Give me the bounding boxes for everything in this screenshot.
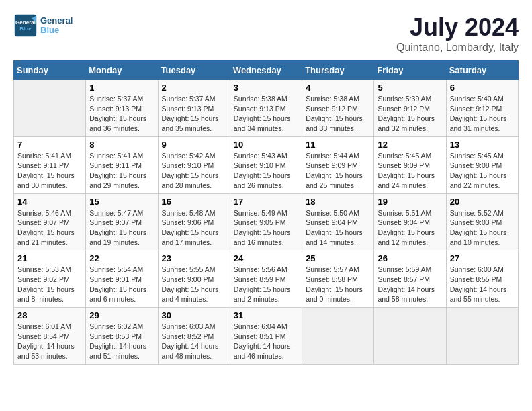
- day-detail: Sunrise: 5:57 AM Sunset: 8:58 PM Dayligh…: [306, 265, 370, 304]
- day-detail: Sunrise: 5:39 AM Sunset: 9:12 PM Dayligh…: [378, 94, 442, 134]
- calendar-week-row: 14Sunrise: 5:46 AM Sunset: 9:07 PM Dayli…: [14, 193, 519, 250]
- day-number: 28: [17, 310, 82, 320]
- calendar-cell: 23Sunrise: 5:55 AM Sunset: 9:00 PM Dayli…: [158, 250, 230, 308]
- calendar-cell: 25Sunrise: 5:57 AM Sunset: 8:58 PM Dayli…: [302, 250, 374, 308]
- day-number: 21: [17, 253, 82, 263]
- calendar-cell: 19Sunrise: 5:51 AM Sunset: 9:04 PM Dayli…: [374, 193, 446, 250]
- col-header-wednesday: Wednesday: [230, 61, 302, 80]
- logo-blue: Blue: [40, 25, 59, 35]
- day-detail: Sunrise: 5:56 AM Sunset: 8:59 PM Dayligh…: [234, 265, 298, 304]
- day-number: 10: [234, 140, 298, 150]
- page-header: General Blue General Blue July 2024 Quin…: [13, 13, 519, 54]
- calendar-cell: 17Sunrise: 5:49 AM Sunset: 9:05 PM Dayli…: [230, 193, 302, 250]
- day-detail: Sunrise: 5:53 AM Sunset: 9:02 PM Dayligh…: [17, 265, 82, 304]
- calendar-week-row: 7Sunrise: 5:41 AM Sunset: 9:11 PM Daylig…: [14, 136, 519, 193]
- calendar-cell: 28Sunrise: 6:01 AM Sunset: 8:54 PM Dayli…: [14, 308, 86, 365]
- day-detail: Sunrise: 5:42 AM Sunset: 9:10 PM Dayligh…: [162, 151, 226, 191]
- day-number: 11: [306, 140, 370, 150]
- month-year-title: July 2024: [396, 13, 519, 42]
- day-number: 27: [450, 253, 515, 263]
- calendar-cell: 12Sunrise: 5:45 AM Sunset: 9:09 PM Dayli…: [374, 136, 446, 193]
- calendar-cell: 14Sunrise: 5:46 AM Sunset: 9:07 PM Dayli…: [14, 193, 86, 250]
- calendar-cell: 29Sunrise: 6:02 AM Sunset: 8:53 PM Dayli…: [86, 308, 158, 365]
- day-number: 20: [450, 197, 515, 207]
- day-number: 3: [234, 83, 298, 93]
- calendar-cell: [302, 308, 374, 365]
- day-detail: Sunrise: 6:02 AM Sunset: 8:53 PM Dayligh…: [89, 322, 154, 361]
- col-header-sunday: Sunday: [14, 61, 86, 80]
- day-detail: Sunrise: 5:48 AM Sunset: 9:06 PM Dayligh…: [162, 208, 226, 248]
- day-number: 6: [450, 83, 515, 93]
- calendar-cell: 4Sunrise: 5:38 AM Sunset: 9:12 PM Daylig…: [302, 80, 374, 137]
- calendar-cell: 8Sunrise: 5:41 AM Sunset: 9:11 PM Daylig…: [86, 136, 158, 193]
- calendar-cell: 20Sunrise: 5:52 AM Sunset: 9:03 PM Dayli…: [446, 193, 518, 250]
- day-number: 29: [89, 310, 154, 320]
- calendar-cell: 21Sunrise: 5:53 AM Sunset: 9:02 PM Dayli…: [14, 250, 86, 308]
- day-number: 16: [162, 197, 226, 207]
- day-detail: Sunrise: 5:44 AM Sunset: 9:09 PM Dayligh…: [306, 151, 370, 191]
- calendar-week-row: 21Sunrise: 5:53 AM Sunset: 9:02 PM Dayli…: [14, 250, 519, 308]
- logo-general: General: [40, 15, 73, 26]
- day-number: 18: [306, 197, 370, 207]
- day-number: 7: [17, 140, 82, 150]
- day-detail: Sunrise: 6:01 AM Sunset: 8:54 PM Dayligh…: [17, 322, 82, 361]
- calendar-cell: 1Sunrise: 5:37 AM Sunset: 9:13 PM Daylig…: [86, 80, 158, 137]
- day-number: 30: [162, 310, 226, 320]
- col-header-friday: Friday: [374, 61, 446, 80]
- logo: General Blue General Blue: [13, 13, 73, 38]
- day-detail: Sunrise: 5:45 AM Sunset: 9:09 PM Dayligh…: [378, 151, 442, 191]
- calendar-cell: 10Sunrise: 5:43 AM Sunset: 9:10 PM Dayli…: [230, 136, 302, 193]
- day-detail: Sunrise: 5:47 AM Sunset: 9:07 PM Dayligh…: [89, 208, 154, 248]
- day-number: 5: [378, 83, 442, 93]
- calendar-header-row: SundayMondayTuesdayWednesdayThursdayFrid…: [14, 61, 519, 80]
- calendar-cell: 3Sunrise: 5:38 AM Sunset: 9:13 PM Daylig…: [230, 80, 302, 137]
- day-number: 1: [89, 83, 154, 93]
- day-detail: Sunrise: 5:54 AM Sunset: 9:01 PM Dayligh…: [89, 265, 154, 304]
- day-number: 13: [450, 140, 515, 150]
- calendar-cell: [14, 80, 86, 137]
- day-detail: Sunrise: 5:50 AM Sunset: 9:04 PM Dayligh…: [306, 208, 370, 248]
- day-number: 31: [234, 310, 298, 320]
- day-detail: Sunrise: 5:55 AM Sunset: 9:00 PM Dayligh…: [162, 265, 226, 304]
- day-number: 23: [162, 253, 226, 263]
- day-detail: Sunrise: 5:59 AM Sunset: 8:57 PM Dayligh…: [378, 265, 442, 304]
- calendar-cell: 9Sunrise: 5:42 AM Sunset: 9:10 PM Daylig…: [158, 136, 230, 193]
- day-detail: Sunrise: 5:45 AM Sunset: 9:08 PM Dayligh…: [450, 151, 515, 191]
- day-detail: Sunrise: 5:41 AM Sunset: 9:11 PM Dayligh…: [89, 151, 154, 191]
- day-detail: Sunrise: 5:46 AM Sunset: 9:07 PM Dayligh…: [17, 208, 82, 248]
- day-detail: Sunrise: 5:38 AM Sunset: 9:13 PM Dayligh…: [234, 94, 298, 134]
- calendar-cell: 13Sunrise: 5:45 AM Sunset: 9:08 PM Dayli…: [446, 136, 518, 193]
- day-number: 8: [89, 140, 154, 150]
- calendar-cell: 30Sunrise: 6:03 AM Sunset: 8:52 PM Dayli…: [158, 308, 230, 365]
- day-detail: Sunrise: 5:41 AM Sunset: 9:11 PM Dayligh…: [17, 151, 82, 191]
- day-number: 17: [234, 197, 298, 207]
- col-header-thursday: Thursday: [302, 61, 374, 80]
- calendar-week-row: 1Sunrise: 5:37 AM Sunset: 9:13 PM Daylig…: [14, 80, 519, 137]
- title-area: July 2024 Quintano, Lombardy, Italy: [396, 13, 519, 54]
- calendar-cell: 22Sunrise: 5:54 AM Sunset: 9:01 PM Dayli…: [86, 250, 158, 308]
- day-number: 26: [378, 253, 442, 263]
- day-detail: Sunrise: 6:03 AM Sunset: 8:52 PM Dayligh…: [162, 322, 226, 361]
- day-number: 15: [89, 197, 154, 207]
- calendar-cell: 27Sunrise: 6:00 AM Sunset: 8:55 PM Dayli…: [446, 250, 518, 308]
- svg-text:Blue: Blue: [19, 26, 32, 32]
- col-header-monday: Monday: [86, 61, 158, 80]
- day-number: 25: [306, 253, 370, 263]
- calendar-cell: [374, 308, 446, 365]
- calendar-cell: 5Sunrise: 5:39 AM Sunset: 9:12 PM Daylig…: [374, 80, 446, 137]
- svg-text:General: General: [15, 19, 36, 26]
- col-header-tuesday: Tuesday: [158, 61, 230, 80]
- day-number: 14: [17, 197, 82, 207]
- day-detail: Sunrise: 5:38 AM Sunset: 9:12 PM Dayligh…: [306, 94, 370, 134]
- day-detail: Sunrise: 5:40 AM Sunset: 9:12 PM Dayligh…: [450, 94, 515, 134]
- day-detail: Sunrise: 5:51 AM Sunset: 9:04 PM Dayligh…: [378, 208, 442, 248]
- day-number: 12: [378, 140, 442, 150]
- calendar-cell: 16Sunrise: 5:48 AM Sunset: 9:06 PM Dayli…: [158, 193, 230, 250]
- day-detail: Sunrise: 5:52 AM Sunset: 9:03 PM Dayligh…: [450, 208, 515, 248]
- calendar-cell: 15Sunrise: 5:47 AM Sunset: 9:07 PM Dayli…: [86, 193, 158, 250]
- col-header-saturday: Saturday: [446, 61, 518, 80]
- day-detail: Sunrise: 5:49 AM Sunset: 9:05 PM Dayligh…: [234, 208, 298, 248]
- logo-icon: General Blue: [13, 13, 38, 38]
- day-detail: Sunrise: 5:43 AM Sunset: 9:10 PM Dayligh…: [234, 151, 298, 191]
- location-subtitle: Quintano, Lombardy, Italy: [396, 42, 519, 54]
